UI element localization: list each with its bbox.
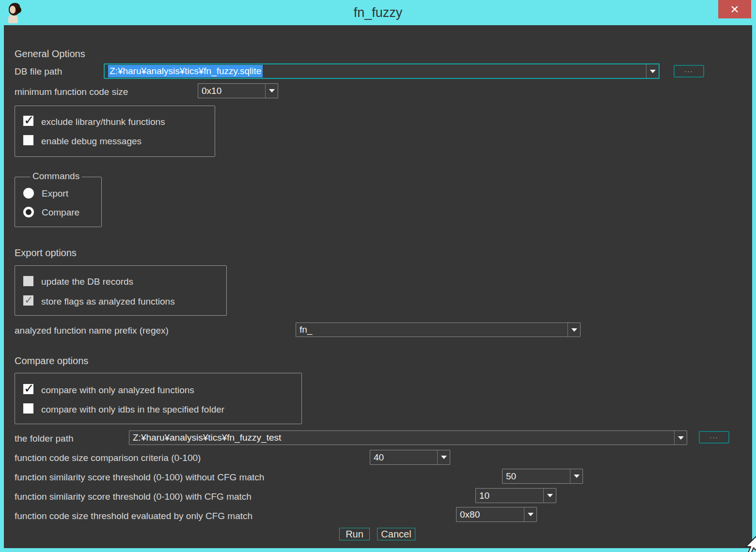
cancel-button[interactable]: Cancel: [377, 528, 415, 540]
size-threshold-cfg-dropdown[interactable]: [524, 507, 536, 521]
score-with-cfg-dropdown[interactable]: [543, 489, 556, 503]
chevron-down-icon: [547, 494, 553, 497]
score-without-cfg-label: function similarity score threshold (0-1…: [15, 472, 264, 483]
chevron-down-icon: [528, 513, 534, 516]
code-size-criteria-value: 40: [370, 450, 437, 464]
chevron-down-icon: [678, 436, 684, 440]
chevron-down-icon: [574, 475, 580, 478]
enable-debug-checkbox[interactable]: [23, 135, 33, 145]
prefix-label: analyzed function name prefix (regex): [15, 325, 169, 336]
size-threshold-cfg-combobox[interactable]: 0x80: [456, 507, 537, 522]
only-analyzed-label[interactable]: compare with only analyzed functions: [41, 385, 194, 396]
chevron-down-icon: [441, 456, 447, 459]
folder-path-label: the folder path: [15, 433, 73, 444]
db-file-path-combobox[interactable]: Z:¥haru¥analysis¥tics¥fn_fuzzy.sqlite: [104, 63, 660, 79]
db-file-path-label: DB file path: [15, 66, 62, 77]
min-code-size-combobox[interactable]: 0x10: [198, 83, 278, 98]
db-file-path-value-area: Z:¥haru¥analysis¥tics¥fn_fuzzy.sqlite: [105, 64, 646, 78]
title-bar[interactable]: fn_fuzzy ×: [0, 0, 756, 25]
only-idbs-checkbox[interactable]: [23, 403, 33, 414]
folder-path-browse-button[interactable]: ...: [699, 431, 729, 444]
export-radio[interactable]: [23, 188, 34, 199]
update-db-checkbox[interactable]: [23, 276, 33, 286]
folder-path-dropdown[interactable]: [674, 431, 687, 445]
enable-debug-label[interactable]: enable debug messages: [41, 136, 142, 147]
min-code-size-dropdown[interactable]: [265, 84, 278, 98]
chevron-down-icon: [571, 328, 577, 332]
export-options-heading: Export options: [15, 247, 77, 259]
close-button[interactable]: ×: [718, 0, 751, 18]
score-with-cfg-label: function similarity score threshold (0-1…: [15, 491, 252, 502]
size-threshold-cfg-label: function code size threshold evaluated b…: [15, 511, 252, 521]
commands-group: [15, 177, 102, 227]
run-button[interactable]: Run: [339, 528, 370, 540]
db-file-path-dropdown[interactable]: [646, 64, 659, 78]
exclude-library-checkbox[interactable]: [23, 116, 33, 126]
store-flags-label[interactable]: store flags as analyzed functions: [41, 296, 175, 307]
code-size-criteria-dropdown[interactable]: [437, 450, 450, 464]
prefix-dropdown[interactable]: [567, 323, 580, 337]
close-icon: ×: [730, 2, 739, 16]
db-file-path-browse-button[interactable]: ...: [674, 65, 704, 77]
mouse-cursor: [741, 536, 756, 552]
min-code-size-value: 0x10: [198, 84, 265, 98]
export-checkbox-group: [15, 265, 227, 316]
score-without-cfg-combobox[interactable]: 50: [502, 469, 583, 484]
general-checkbox-group: [15, 106, 215, 157]
score-with-cfg-value: 10: [476, 489, 543, 503]
folder-path-value: Z:¥haru¥analysis¥tics¥fn_fuzzy_test: [129, 431, 674, 445]
prefix-combobox[interactable]: fn_: [296, 322, 581, 337]
export-radio-label[interactable]: Export: [42, 188, 68, 199]
min-code-size-label: minimum function code size: [15, 87, 128, 97]
compare-radio-label[interactable]: Compare: [42, 207, 79, 218]
exclude-library-label[interactable]: exclude library/thunk functions: [41, 117, 165, 127]
general-options-heading: General Options: [15, 48, 85, 60]
prefix-value: fn_: [296, 323, 567, 337]
score-with-cfg-combobox[interactable]: 10: [475, 488, 556, 503]
size-threshold-cfg-value: 0x80: [457, 507, 524, 521]
db-file-path-selected-text: Z:¥haru¥analysis¥tics¥fn_fuzzy.sqlite: [108, 65, 263, 77]
window-title: fn_fuzzy: [0, 5, 756, 20]
only-idbs-label[interactable]: compare with only idbs in the specified …: [41, 404, 224, 415]
store-flags-checkbox[interactable]: [23, 295, 33, 306]
compare-checkbox-group: [15, 373, 302, 424]
chevron-down-icon: [650, 70, 656, 73]
commands-legend: Commands: [30, 171, 82, 182]
compare-options-heading: Compare options: [15, 355, 88, 367]
chevron-down-icon: [269, 89, 275, 92]
score-without-cfg-dropdown[interactable]: [570, 469, 583, 483]
fn-fuzzy-dialog: fn_fuzzy × General Options DB file path …: [0, 0, 756, 552]
update-db-label[interactable]: update the DB records: [41, 276, 133, 287]
compare-radio[interactable]: [23, 207, 34, 217]
score-without-cfg-value: 50: [503, 469, 570, 483]
code-size-criteria-combobox[interactable]: 40: [370, 450, 450, 465]
only-analyzed-checkbox[interactable]: [23, 384, 33, 394]
code-size-criteria-label: function code size comparison criteria (…: [15, 453, 201, 463]
folder-path-combobox[interactable]: Z:¥haru¥analysis¥tics¥fn_fuzzy_test: [129, 430, 687, 445]
